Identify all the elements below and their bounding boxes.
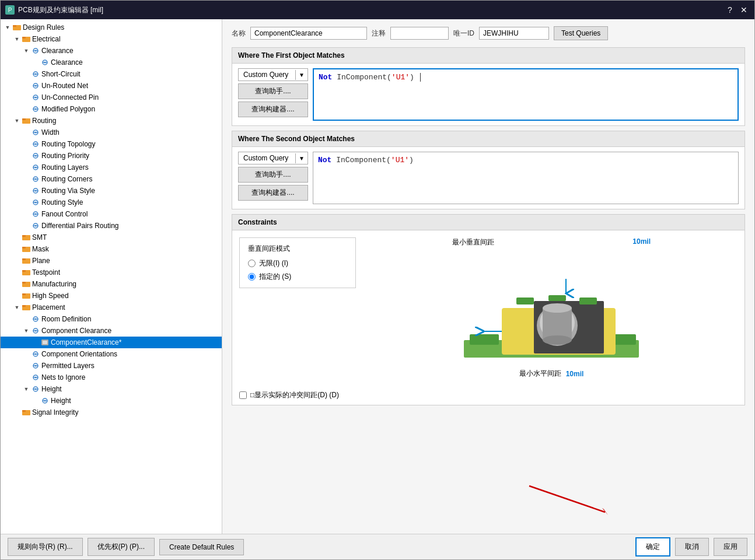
tree-expand-icon[interactable] xyxy=(22,174,31,184)
tree-expand-icon[interactable]: ▼ xyxy=(12,303,22,312)
tree-item-label: Routing Style xyxy=(41,198,83,206)
tree-item[interactable]: Clearance xyxy=(1,57,222,68)
tree-expand-icon[interactable] xyxy=(12,279,22,289)
tree-item[interactable]: ▼Design Rules xyxy=(1,22,222,33)
tree-item[interactable]: ▼Placement xyxy=(1,302,222,313)
comment-input[interactable] xyxy=(390,27,449,40)
tree-item[interactable]: Modified Polygon xyxy=(1,103,222,115)
cancel-button[interactable]: 取消 xyxy=(675,538,709,556)
svg-rect-1 xyxy=(13,25,16,27)
tree-expand-icon[interactable] xyxy=(12,233,22,242)
test-queries-button[interactable]: Test Queries xyxy=(554,26,608,40)
tree-expand-icon[interactable] xyxy=(22,163,31,172)
tree-expand-icon[interactable] xyxy=(31,58,40,67)
tree-expand-icon[interactable]: ▼ xyxy=(3,23,12,32)
tree-item[interactable]: ComponentClearance* xyxy=(1,337,222,348)
second-query-helper-button[interactable]: 查询助手.... xyxy=(238,167,308,183)
tree-item[interactable]: Routing Priority xyxy=(1,150,222,162)
second-query-builder-button[interactable]: 查询构建器.... xyxy=(238,185,308,201)
tree-expand-icon[interactable]: ▼ xyxy=(12,34,22,44)
tree-item[interactable]: Un-Routed Net xyxy=(1,80,222,92)
tree-item[interactable]: Routing Via Style xyxy=(1,185,222,197)
unique-id-input[interactable] xyxy=(479,27,549,40)
tree-expand-icon[interactable] xyxy=(12,268,22,277)
ok-button[interactable]: 确定 xyxy=(635,537,670,556)
tree-expand-icon[interactable] xyxy=(12,291,22,300)
wizard-button[interactable]: 规则向导(R) (R)... xyxy=(8,538,83,556)
tree-expand-icon[interactable] xyxy=(22,198,31,207)
second-object-controls: Custom Query ▼ 查询助手.... 查询构建器.... xyxy=(238,152,308,201)
tree-expand-icon[interactable] xyxy=(22,186,31,195)
radio-unlimited[interactable] xyxy=(248,260,256,267)
tree-expand-icon[interactable] xyxy=(22,209,31,219)
second-query-dropdown[interactable]: Custom Query ▼ xyxy=(238,152,308,164)
tree-item[interactable]: ▼Clearance xyxy=(1,45,222,57)
radio-specified-item[interactable]: 指定的 (S) xyxy=(248,272,347,282)
tree-item[interactable]: Routing Layers xyxy=(1,162,222,173)
tree-expand-icon[interactable] xyxy=(12,408,22,417)
tree-expand-icon[interactable] xyxy=(22,81,31,90)
radio-specified[interactable] xyxy=(248,273,256,281)
tree-expand-icon[interactable] xyxy=(22,128,31,137)
tree-item[interactable]: Fanout Control xyxy=(1,208,222,220)
first-query-helper-button[interactable]: 查询助手.... xyxy=(238,83,308,99)
tree-expand-icon[interactable] xyxy=(22,139,31,149)
tree-item[interactable]: ▼Height xyxy=(1,383,222,395)
second-query-text-area[interactable]: Not InComponent('U1') xyxy=(313,152,739,204)
close-button[interactable]: ✕ xyxy=(738,4,750,16)
tree-item[interactable]: Routing Corners xyxy=(1,173,222,185)
priority-button[interactable]: 优先权(P) (P)... xyxy=(88,538,155,556)
tree-expand-icon[interactable] xyxy=(22,361,31,370)
name-input[interactable] xyxy=(250,27,367,40)
tree-item[interactable]: Width xyxy=(1,127,222,138)
tree-expand-icon[interactable] xyxy=(31,396,40,405)
first-query-builder-button[interactable]: 查询构建器.... xyxy=(238,102,308,117)
tree-item[interactable]: Room Definition xyxy=(1,313,222,325)
first-query-text-area[interactable]: Not InComponent('U1') xyxy=(313,68,739,121)
tree-expand-icon[interactable]: ▼ xyxy=(12,116,22,125)
tree-expand-icon[interactable] xyxy=(22,104,31,114)
tree-item[interactable]: ▼Routing xyxy=(1,115,222,127)
tree-expand-icon[interactable]: ▼ xyxy=(22,384,31,394)
first-query-dropdown[interactable]: Custom Query ▼ xyxy=(238,68,308,81)
apply-button[interactable]: 应用 xyxy=(714,538,747,556)
tree-item[interactable]: Height xyxy=(1,395,222,407)
tree-expand-icon[interactable] xyxy=(22,349,31,359)
tree-item[interactable]: Permitted Layers xyxy=(1,360,222,372)
tree-item[interactable]: Routing Topology xyxy=(1,138,222,150)
tree-item[interactable]: Signal Integrity xyxy=(1,407,222,418)
tree-expand-icon[interactable] xyxy=(22,373,31,382)
tree-item[interactable]: Manufacturing xyxy=(1,278,222,290)
tree-expand-icon[interactable] xyxy=(22,314,31,324)
tree-expand-icon[interactable] xyxy=(31,338,40,347)
tree-expand-icon[interactable]: ▼ xyxy=(22,46,31,55)
tree-expand-icon[interactable] xyxy=(22,221,31,230)
tree-item[interactable]: High Speed xyxy=(1,290,222,302)
tree-item[interactable]: Mask xyxy=(1,243,222,255)
tree-item[interactable]: Component Orientations xyxy=(1,348,222,360)
tree-expand-icon[interactable] xyxy=(22,93,31,102)
tree-expand-icon[interactable] xyxy=(12,244,22,254)
tree-expand-icon[interactable] xyxy=(22,69,31,79)
radio-unlimited-item[interactable]: 无限(I) (I) xyxy=(248,258,347,268)
tree-item[interactable]: Differential Pairs Routing xyxy=(1,220,222,232)
tree-expand-icon[interactable] xyxy=(12,256,22,265)
tree-item[interactable]: Plane xyxy=(1,255,222,267)
tree-item-label: Nets to Ignore xyxy=(41,373,85,382)
min-vertical-value: 10mil xyxy=(632,237,651,247)
first-query-dropdown-label: Custom Query xyxy=(239,69,295,80)
tree-item[interactable]: ▼Component Clearance xyxy=(1,325,222,337)
tree-expand-icon[interactable]: ▼ xyxy=(22,326,31,335)
show-actual-clearance-checkbox[interactable] xyxy=(239,391,247,399)
tree-expand-icon[interactable] xyxy=(22,151,31,160)
tree-item[interactable]: Testpoint xyxy=(1,267,222,278)
tree-item[interactable]: SMT xyxy=(1,232,222,243)
tree-item[interactable]: Routing Style xyxy=(1,197,222,208)
tree-item[interactable]: Nets to Ignore xyxy=(1,372,222,383)
help-button[interactable]: ? xyxy=(724,4,736,16)
tree-item[interactable]: Short-Circuit xyxy=(1,68,222,80)
tree-item[interactable]: Un-Connected Pin xyxy=(1,92,222,103)
vertical-clearance-title: 垂直间距模式 xyxy=(248,244,347,254)
tree-item[interactable]: ▼Electrical xyxy=(1,33,222,45)
create-default-button[interactable]: Create Default Rules xyxy=(159,539,244,555)
